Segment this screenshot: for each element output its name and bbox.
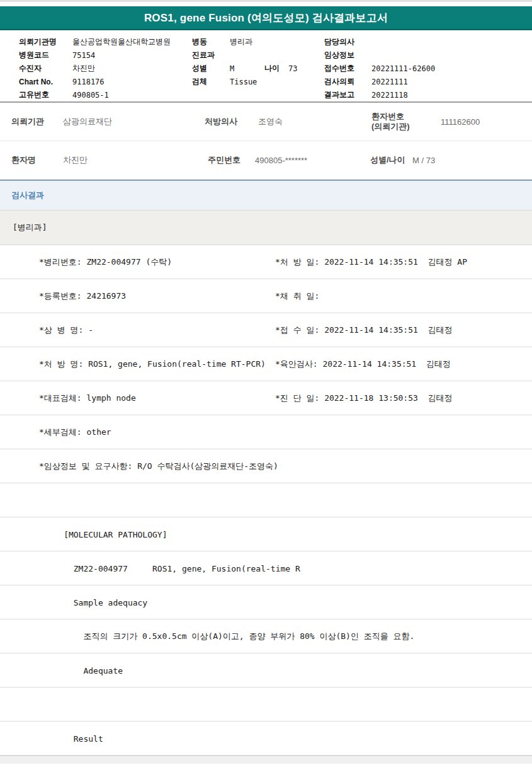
department-row: [병리과] xyxy=(0,210,532,245)
test-results-section-header: 검사결과 xyxy=(0,180,532,210)
result-row-registration-no: *등록번호: 24216973 *채 취 일: xyxy=(0,279,532,313)
result-row-left: Result xyxy=(39,733,103,743)
result-row-result-header: Result xyxy=(0,722,532,756)
referral-org-label: 의뢰기관 xyxy=(11,116,44,127)
field-specimen: 검체 Tissue xyxy=(192,75,297,88)
field-label: 고유번호 xyxy=(19,89,72,100)
result-row-adequacy-criteria: 조직의 크기가 0.5x0.5cm 이상(A)이고, 종양 부위가 80% 이상… xyxy=(0,619,532,653)
report-title-bar: ROS1, gene Fusion (여의도성모) 검사결과보고서 xyxy=(0,6,532,30)
field-sex-and-age: 성별 M 나이 73 xyxy=(192,62,297,75)
field-value: 75154 xyxy=(72,51,95,60)
sex-age-label: 성별/나이 xyxy=(370,154,405,166)
patient-no-label: 환자번호(의뢰기관) xyxy=(371,112,410,132)
field-label: 임상정보 xyxy=(324,50,371,60)
result-row-right: *진 단 일: 2022-11-18 13:50:53 김태정 xyxy=(275,393,453,404)
field-label: 병원코드 xyxy=(19,50,72,60)
field-value-age: 73 xyxy=(288,64,297,73)
result-row-left: *병리번호: ZM22-004977 (수탁) xyxy=(39,256,172,268)
prescribing-doctor-value: 조영숙 xyxy=(258,116,283,127)
field-chart-no: Chart No. 9118176 xyxy=(19,75,171,88)
field-receipt-no: 접수번호 20221111-62600 xyxy=(324,62,435,75)
field-referring-org-name: 의뢰기관명 울산공업학원울산대학교병원 xyxy=(19,35,171,49)
field-result-report-date: 결과보고 20221118 xyxy=(324,88,435,101)
field-value: 9118176 xyxy=(72,78,105,86)
referral-org-value: 삼광의료재단 xyxy=(63,116,112,127)
field-label: 검사의뢰 xyxy=(324,76,371,87)
field-value: 20221111-62600 xyxy=(371,64,435,73)
result-row-adequacy-value: Adequate xyxy=(0,653,532,687)
test-results-section-title: 검사결과 xyxy=(11,190,44,201)
header-info-column-3: 담당의사 임상정보 접수번호 20221111-62600 검사의뢰 20221… xyxy=(324,35,435,101)
sex-age-value: M / 73 xyxy=(412,156,435,165)
resident-no-label: 주민번호 xyxy=(208,154,241,166)
field-test-request-date: 검사의뢰 20221111 xyxy=(324,75,435,88)
field-value: 20221118 xyxy=(371,91,408,100)
result-row-order-name: *처 방 명: ROS1, gene, Fusion(real-time RT-… xyxy=(0,347,532,381)
referral-info-row: 의뢰기관 삼광의료재단 처방의사 조영숙 환자번호(의뢰기관) 11116260… xyxy=(0,103,532,141)
field-label: 진료과 xyxy=(192,50,230,60)
field-hospital-code: 병원코드 75154 xyxy=(19,49,171,62)
result-row-right: *처 방 일: 2022-11-14 14:35:51 김태정 AP xyxy=(275,256,467,268)
result-row-left: *대표검체: lymph node xyxy=(39,393,136,404)
field-value: 병리과 xyxy=(230,37,252,47)
field-value: 20221111 xyxy=(371,78,408,86)
patient-name-label: 환자명 xyxy=(11,154,36,166)
field-department: 진료과 xyxy=(192,49,297,62)
result-row-test-id: ZM22-004977 ROS1, gene, Fusion(real-time… xyxy=(0,551,532,585)
field-label: 수진자 xyxy=(19,63,72,74)
patient-no-label-line2: (의뢰기관) xyxy=(371,122,410,131)
field-label: 의뢰기관명 xyxy=(19,37,72,47)
result-row-clinical-request: *임상정보 및 요구사항: R/O 수탁검사(삼광의료재단-조영숙) xyxy=(0,449,532,483)
field-value: M xyxy=(230,64,264,73)
field-unique-no: 고유번호 490805-1 xyxy=(19,88,171,101)
field-label: 접수번호 xyxy=(324,63,371,74)
field-label: 병동 xyxy=(192,37,230,47)
result-row-empty xyxy=(0,483,532,517)
field-value: 490805-1 xyxy=(72,91,109,100)
field-value: Tissue xyxy=(230,78,257,86)
report-title: ROS1, gene Fusion (여의도성모) 검사결과보고서 xyxy=(144,11,388,25)
result-row-left: *임상정보 및 요구사항: R/O 수탁검사(삼광의료재단-조영숙) xyxy=(39,461,278,472)
top-gap xyxy=(0,2,532,6)
result-row-empty-2 xyxy=(0,687,532,722)
field-label: 성별 xyxy=(192,63,230,74)
result-row-left: *세부검체: other xyxy=(39,427,111,438)
patient-name-value: 차진만 xyxy=(63,154,88,166)
result-row-left: *상 병 명: - xyxy=(39,325,93,336)
field-label: 담당의사 xyxy=(324,37,371,47)
field-ward: 병동 병리과 xyxy=(192,35,297,49)
result-row-left: *처 방 명: ROS1, gene, Fusion(real-time RT-… xyxy=(39,359,266,370)
result-row-left: 조직의 크기가 0.5x0.5cm 이상(A)이고, 종양 부위가 80% 이상… xyxy=(39,631,414,642)
result-row-right: *접 수 일: 2022-11-14 14:35:51 김태정 xyxy=(275,325,453,336)
result-row-sample-adequacy-header: Sample adequacy xyxy=(0,585,532,619)
result-row-right: *육안검사: 2022-11-14 14:35:51 김태정 xyxy=(275,359,451,370)
patient-no-label-line1: 환자번호 xyxy=(371,112,404,121)
patient-no-value: 111162600 xyxy=(441,117,480,127)
result-row-left: ZM22-004977 ROS1, gene, Fusion(real-time… xyxy=(39,563,300,573)
field-label: 검체 xyxy=(192,76,230,87)
result-row-right: *채 취 일: xyxy=(275,290,319,302)
field-label: Chart No. xyxy=(19,78,72,86)
field-label: 결과보고 xyxy=(324,89,371,100)
result-row-disease-name: *상 병 명: - *접 수 일: 2022-11-14 14:35:51 김태… xyxy=(0,313,532,347)
result-row-molecular-pathology-header: [MOLECULAR PATHOLOGY] xyxy=(0,517,532,551)
field-attending-doctor: 담당의사 xyxy=(324,35,435,49)
header-info-column-1: 의뢰기관명 울산공업학원울산대학교병원 병원코드 75154 수진자 차진만 C… xyxy=(19,35,171,101)
result-row-left: Adequate xyxy=(39,665,123,675)
field-label-age: 나이 xyxy=(264,63,288,74)
result-row-left: [MOLECULAR PATHOLOGY] xyxy=(39,529,167,539)
header-info-column-2: 병동 병리과 진료과 성별 M 나이 73 검체 Tissue xyxy=(192,35,297,88)
field-clinical-info: 임상정보 xyxy=(324,49,435,62)
patient-info-row: 환자명 차진만 주민번호 490805-******* 성별/나이 M / 73 xyxy=(0,141,532,180)
result-row-representative-specimen: *대표검체: lymph node *진 단 일: 2022-11-18 13:… xyxy=(0,381,532,415)
report-header-info: 의뢰기관명 울산공업학원울산대학교병원 병원코드 75154 수진자 차진만 C… xyxy=(0,30,532,103)
horizontal-scrollbar[interactable] xyxy=(0,756,532,764)
result-row-pathology-no: *병리번호: ZM22-004977 (수탁) *처 방 일: 2022-11-… xyxy=(0,245,532,279)
field-value: 울산공업학원울산대학교병원 xyxy=(72,37,171,47)
field-value: 차진만 xyxy=(72,63,95,74)
prescribing-doctor-label: 처방의사 xyxy=(205,116,237,127)
field-examinee: 수진자 차진만 xyxy=(19,62,171,75)
result-row-left: Sample adequacy xyxy=(39,597,147,607)
result-row-left: *등록번호: 24216973 xyxy=(39,290,126,302)
department-label: [병리과] xyxy=(13,222,47,233)
